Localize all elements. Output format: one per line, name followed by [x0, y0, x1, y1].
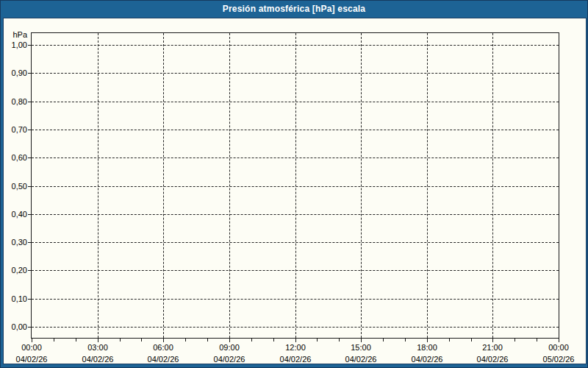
chart-content: hPa 1,000,900,800,700,600,500,400,300,20… [3, 18, 587, 364]
x-axis-time-label: 06:00 [140, 342, 187, 353]
x-grid-line [295, 33, 296, 338]
x-axis-time-label: 00:00 [8, 342, 55, 353]
x-axis-date-label: 04/02/26 [206, 354, 253, 364]
x-axis-tick [120, 339, 121, 342]
x-axis-time-label: 12:00 [272, 342, 319, 353]
x-grid-line [98, 33, 98, 338]
y-axis-tick-label: 0,30 [4, 237, 27, 247]
x-grid-line [492, 33, 493, 338]
x-axis-time-label: 18:00 [404, 342, 451, 353]
x-axis-time-label: 00:00 [535, 342, 582, 353]
chart-title: Presión atmosférica [hPa] escala [223, 4, 366, 14]
chart-window-frame: Presión atmosférica [hPa] escala hPa 1,0… [0, 0, 588, 368]
x-axis-date-label: 04/02/26 [8, 354, 55, 364]
y-axis-tick [28, 214, 32, 215]
y-axis-tick [28, 186, 32, 187]
y-axis-tick-label: 1,00 [4, 40, 27, 50]
x-grid-line [361, 33, 362, 338]
y-axis-tick [28, 130, 32, 130]
x-axis-tick [537, 339, 537, 342]
x-axis-date-label: 05/02/26 [535, 354, 582, 364]
x-axis-tick [251, 339, 252, 342]
y-axis-tick [28, 73, 32, 74]
x-axis-tick [273, 339, 274, 342]
y-axis-tick [28, 270, 32, 271]
x-axis-tick [76, 339, 76, 342]
x-axis-tick [317, 339, 318, 342]
x-axis-date-label: 04/02/26 [272, 354, 319, 364]
x-axis-tick [383, 339, 384, 342]
y-axis-tick [28, 327, 32, 328]
y-axis-tick-label: 0,70 [4, 124, 27, 135]
x-axis-time-label: 09:00 [206, 342, 253, 353]
x-axis-time-label: 15:00 [337, 342, 384, 353]
x-axis-date-label: 04/02/26 [74, 354, 121, 364]
x-axis-date-label: 04/02/26 [140, 354, 187, 364]
y-axis-tick-label: 0,20 [4, 265, 27, 275]
x-axis-tick [339, 339, 340, 342]
x-axis-time-label: 03:00 [74, 342, 121, 353]
y-axis-tick-label: 0,10 [4, 294, 27, 304]
y-axis-tick [28, 242, 32, 243]
x-grid-line [163, 33, 164, 338]
x-axis-date-label: 04/02/26 [404, 354, 451, 364]
plot-area [31, 32, 559, 339]
y-axis-tick-label: 0,60 [4, 152, 27, 163]
y-axis-tick-label: 0,90 [4, 68, 27, 78]
x-axis-tick [54, 339, 54, 342]
y-axis-tick-label: 0,80 [4, 96, 27, 107]
x-axis-time-label: 21:00 [469, 342, 516, 353]
x-axis-tick [471, 339, 472, 342]
x-axis-tick [449, 339, 450, 342]
y-axis-tick [28, 45, 32, 46]
chart-title-bar: Presión atmosférica [hPa] escala [1, 1, 587, 18]
y-axis-unit-label: hPa [4, 29, 27, 40]
y-axis-tick-label: 0,40 [4, 209, 27, 219]
x-axis-tick [141, 339, 142, 342]
x-axis-tick [405, 339, 406, 342]
x-axis-tick [207, 339, 208, 342]
y-axis-tick-label: 0,50 [4, 181, 27, 191]
x-axis-date-label: 04/02/26 [469, 354, 516, 364]
y-axis-tick [28, 158, 32, 158]
x-axis-tick [514, 339, 515, 342]
x-axis-tick [185, 339, 186, 342]
x-axis-date-label: 04/02/26 [337, 354, 384, 364]
y-axis-tick [28, 299, 32, 300]
x-grid-line [229, 33, 230, 338]
x-grid-line [427, 33, 428, 338]
y-axis-tick-label: 0,00 [4, 322, 27, 332]
y-axis-tick [28, 102, 32, 102]
